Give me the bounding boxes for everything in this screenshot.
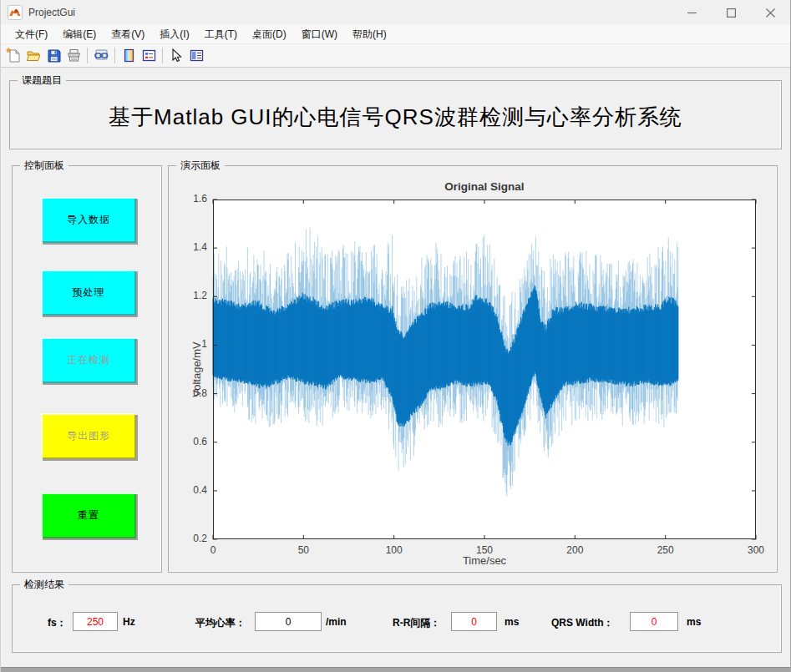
plot-xlabel: Time/sec <box>213 554 756 567</box>
topic-panel: 课题题目 基于Matlab GUI的心电信号QRS波群检测与心率分析系统 <box>9 80 782 149</box>
window-bottom-edge <box>1 667 790 672</box>
app-window: ProjectGui 文件(F) 编辑(E) 查看(V) 插入(I) 工具(T)… <box>0 0 791 672</box>
control-panel: 控制面板 导入数据 预处理 正在检测 导出图形 重置 <box>12 165 162 573</box>
insert-legend-button[interactable] <box>139 46 159 66</box>
menu-insert[interactable]: 插入(I) <box>152 25 196 44</box>
menu-file[interactable]: 文件(F) <box>8 25 55 44</box>
y-tick-label: 0.2 <box>174 533 207 544</box>
demo-panel-label: 演示面板 <box>176 159 225 172</box>
heart-rate-unit: /min <box>326 616 347 628</box>
menu-help[interactable]: 帮助(H) <box>345 25 394 44</box>
x-tick-label: 0 <box>196 544 230 556</box>
detecting-button[interactable]: 正在检测 <box>41 337 136 383</box>
title-bar: ProjectGui <box>1 0 790 25</box>
y-tick-label: 0.6 <box>174 436 207 447</box>
result-panel: 检测结果 fs： Hz 平均心率： /min R-R间隔： ms QRS Wid… <box>12 584 782 653</box>
menu-edit[interactable]: 编辑(E) <box>55 25 104 44</box>
x-tick-label: 50 <box>286 544 320 556</box>
rr-interval-input[interactable] <box>451 612 497 631</box>
fs-input[interactable] <box>73 612 118 631</box>
reset-button[interactable]: 重置 <box>41 493 136 538</box>
property-editor-button[interactable] <box>186 46 206 66</box>
rr-interval-label: R-R间隔： <box>393 616 440 630</box>
qrs-width-input[interactable] <box>630 612 678 631</box>
y-tick-label: 1.4 <box>174 241 207 253</box>
menu-view[interactable]: 查看(V) <box>104 25 152 44</box>
y-tick-label: 0.8 <box>174 387 207 399</box>
fs-unit: Hz <box>123 616 135 628</box>
y-tick-label: 1.6 <box>174 193 207 205</box>
save-button[interactable] <box>43 46 63 66</box>
export-figure-button[interactable]: 导出图形 <box>41 413 136 459</box>
new-file-button[interactable] <box>3 46 23 66</box>
qrs-width-unit: ms <box>687 616 701 628</box>
y-tick-label: 1.2 <box>174 290 207 301</box>
x-tick-label: 150 <box>468 544 501 556</box>
control-panel-label: 控制面板 <box>20 159 68 172</box>
qrs-width-label: QRS Width： <box>551 616 614 630</box>
matlab-app-icon <box>8 5 23 20</box>
menu-bar: 文件(F) 编辑(E) 查看(V) 插入(I) 工具(T) 桌面(D) 窗口(W… <box>1 25 790 44</box>
plot-title: Original Signal <box>213 180 756 193</box>
toolbar-separator <box>162 48 163 63</box>
page-title: 基于Matlab GUI的心电信号QRS波群检测与心率分析系统 <box>10 103 781 132</box>
toolbar-separator <box>114 48 115 63</box>
toolbar-separator <box>87 48 88 63</box>
heart-rate-label: 平均心率： <box>195 616 246 630</box>
y-tick-label: 1 <box>174 338 207 350</box>
menu-tools[interactable]: 工具(T) <box>197 25 245 44</box>
rr-interval-unit: ms <box>505 616 519 628</box>
menu-window[interactable]: 窗口(W) <box>294 25 345 44</box>
open-file-button[interactable] <box>23 46 43 66</box>
window-controls <box>672 0 790 25</box>
edit-plot-arrow-button[interactable] <box>166 46 186 66</box>
link-plots-button[interactable] <box>91 46 111 66</box>
fs-label: fs： <box>48 616 67 630</box>
y-tick-label: 0.4 <box>174 484 207 496</box>
close-button[interactable] <box>751 0 790 25</box>
maximize-button[interactable] <box>712 0 751 25</box>
heart-rate-input[interactable] <box>255 612 322 631</box>
minimize-button[interactable] <box>672 0 712 25</box>
print-button[interactable] <box>63 46 84 66</box>
menu-desktop[interactable]: 桌面(D) <box>245 25 294 44</box>
insert-colorbar-button[interactable] <box>119 46 139 66</box>
x-tick-label: 200 <box>558 544 591 556</box>
result-panel-label: 检测结果 <box>20 579 68 591</box>
import-data-button[interactable]: 导入数据 <box>41 197 136 243</box>
preprocess-button[interactable]: 预处理 <box>41 270 136 316</box>
window-title: ProjectGui <box>28 7 75 18</box>
plot-axes: Original Signal Time/sec Voltage/mV 0501… <box>213 200 756 539</box>
x-tick-label: 100 <box>378 544 411 556</box>
topic-panel-label: 课题题目 <box>18 74 66 87</box>
x-tick-label: 300 <box>739 544 773 556</box>
figure-toolbar <box>1 44 790 68</box>
demo-panel: 演示面板 Original Signal Time/sec Voltage/mV… <box>168 165 778 573</box>
x-tick-label: 250 <box>649 544 682 556</box>
